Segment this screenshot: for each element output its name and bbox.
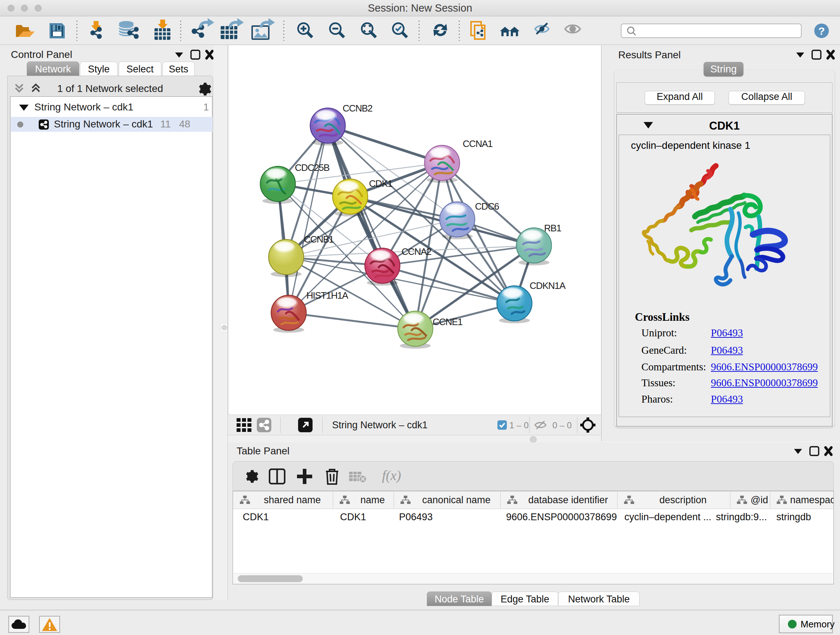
svg-text:CDC6: CDC6 xyxy=(475,201,499,212)
svg-text:CCNB2: CCNB2 xyxy=(343,103,373,114)
svg-text:?: ? xyxy=(818,25,825,37)
svg-text:CCNE1: CCNE1 xyxy=(433,317,463,327)
svg-text:CCNA1: CCNA1 xyxy=(463,138,493,149)
svg-text:RB1: RB1 xyxy=(544,223,561,233)
svg-text:CDC25B: CDC25B xyxy=(295,162,329,173)
svg-text:HIST1H1A: HIST1H1A xyxy=(306,290,349,301)
svg-text:CCNB1: CCNB1 xyxy=(304,234,334,245)
svg-text:CCNA2: CCNA2 xyxy=(401,246,431,257)
svg-text:CDKN1A: CDKN1A xyxy=(530,280,566,291)
svg-text:CDK1: CDK1 xyxy=(369,178,393,189)
